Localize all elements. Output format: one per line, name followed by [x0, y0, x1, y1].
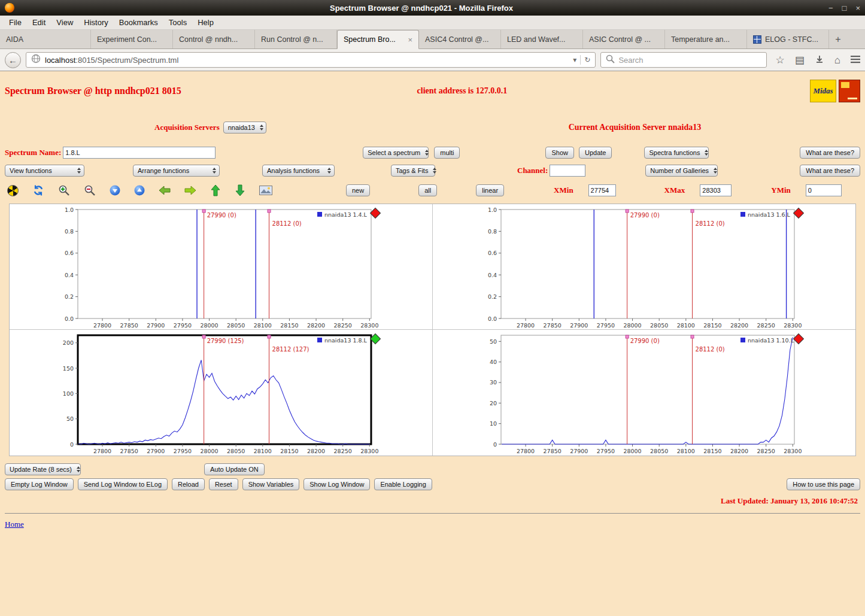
new-tab-button[interactable]: +	[829, 30, 847, 48]
midas-logo[interactable]: Midas	[810, 80, 836, 102]
image-icon[interactable]	[259, 186, 272, 195]
svg-text:28112 (0): 28112 (0)	[695, 220, 724, 227]
menu-view[interactable]: View	[51, 17, 78, 28]
svg-text:0.4: 0.4	[65, 272, 74, 278]
svg-text:20: 20	[489, 400, 496, 406]
tab-asic4-control[interactable]: ASIC4 Control @...	[419, 30, 501, 48]
ymin-input[interactable]	[806, 184, 842, 196]
facility-logo[interactable]	[839, 80, 860, 102]
menu-file[interactable]: File	[4, 17, 27, 28]
svg-text:27800: 27800	[516, 322, 534, 329]
arrow-up-icon[interactable]	[210, 184, 221, 196]
reload-button[interactable]: Reload	[172, 478, 205, 490]
how-to-use-button[interactable]: How to use this page	[787, 478, 860, 490]
tab-temperature[interactable]: Temperature an...	[665, 30, 747, 48]
acquisition-server-select[interactable]: nnaida13	[223, 122, 266, 133]
tab-close-icon[interactable]: ×	[404, 35, 412, 44]
url-dropdown-icon[interactable]: ▾	[573, 56, 576, 64]
number-of-galleries-dropdown[interactable]: Number of Galleries	[645, 165, 718, 177]
menu-help[interactable]: Help	[192, 17, 219, 28]
tab-experiment-control[interactable]: Experiment Con...	[91, 30, 173, 48]
search-input[interactable]	[618, 56, 761, 65]
url-input[interactable]: localhost:8015/Spectrum/Spectrum.tml	[45, 56, 569, 65]
what-are-these-button-1[interactable]: What are these?	[800, 147, 860, 159]
enable-logging-button[interactable]: Enable Logging	[374, 478, 432, 490]
svg-text:nnaida13 1.6.L: nnaida13 1.6.L	[748, 211, 791, 218]
spectrum-plot-panel-4[interactable]: 0102030405027800278502790027950280002805…	[433, 330, 856, 456]
menu-bookmarks[interactable]: Bookmarks	[114, 17, 163, 28]
arrow-right-icon[interactable]	[184, 185, 196, 196]
ymin-label: YMin	[771, 186, 791, 195]
spectrum-plot-panel-1[interactable]: 0.00.20.40.60.81.02780027850279002795028…	[10, 204, 433, 330]
update-button[interactable]: Update	[579, 147, 612, 159]
url-bar[interactable]: localhost:8015/Spectrum/Spectrum.tml ▾ ↻	[26, 52, 596, 68]
home-icon[interactable]: ⌂	[834, 55, 840, 65]
xmin-input[interactable]	[588, 184, 616, 196]
page-content: Spectrum Browser @ http nndhcp021 8015 c…	[0, 71, 865, 529]
new-button[interactable]: new	[346, 184, 370, 196]
show-variables-button[interactable]: Show Variables	[242, 478, 300, 490]
tab-asic-control[interactable]: ASIC Control @ ...	[583, 30, 665, 48]
svg-text:0.6: 0.6	[65, 250, 74, 256]
spectrum-plot-panel-3[interactable]: 0501001502002780027850279002795028000280…	[10, 330, 433, 456]
multi-button[interactable]: multi	[434, 147, 460, 159]
spectrum-name-input[interactable]	[63, 147, 216, 159]
auto-update-button[interactable]: Auto Update ON	[204, 463, 265, 475]
send-log-window-button[interactable]: Send Log Window to ELog	[78, 478, 168, 490]
analysis-functions-dropdown[interactable]: Analysis functions	[262, 165, 335, 177]
tab-aida[interactable]: AIDA	[0, 30, 91, 48]
svg-text:27800: 27800	[93, 448, 111, 454]
channel-input[interactable]	[550, 165, 585, 177]
view-functions-dropdown[interactable]: View functions	[5, 165, 84, 177]
zoom-out-icon[interactable]	[84, 184, 96, 196]
last-updated-label: Last Updated: January 13, 2016 10:47:52	[5, 496, 860, 506]
sphere-arrow-down-icon[interactable]	[110, 185, 120, 196]
tab-run-control[interactable]: Run Control @ n...	[255, 30, 337, 48]
menu-edit[interactable]: Edit	[27, 17, 51, 28]
select-spectrum-dropdown[interactable]: Select a spectrum	[363, 147, 429, 159]
home-link[interactable]: Home	[5, 520, 24, 529]
maximize-button[interactable]: □	[842, 4, 847, 13]
toolbar-row: new all linear XMin XMax YMin YMax What …	[5, 181, 860, 199]
radioactive-icon[interactable]	[7, 185, 19, 196]
svg-text:27950: 27950	[174, 448, 192, 454]
empty-log-window-button[interactable]: Empty Log Window	[5, 478, 74, 490]
spectra-functions-dropdown[interactable]: Spectra functions	[644, 147, 709, 159]
arrow-down-icon[interactable]	[235, 184, 245, 196]
arrange-functions-dropdown[interactable]: Arrange functions	[133, 165, 220, 177]
minimize-button[interactable]: −	[828, 4, 833, 13]
svg-text:150: 150	[63, 365, 74, 372]
reset-button[interactable]: Reset	[209, 478, 238, 490]
downloads-icon[interactable]	[815, 54, 824, 66]
tab-control[interactable]: Control @ nndh...	[173, 30, 255, 48]
svg-text:28100: 28100	[676, 448, 694, 454]
arrow-left-icon[interactable]	[159, 185, 171, 196]
tab-spectrum-browser[interactable]: Spectrum Bro... ×	[337, 30, 419, 49]
linear-button[interactable]: linear	[476, 184, 504, 196]
menu-tools[interactable]: Tools	[163, 17, 192, 28]
reading-list-icon[interactable]: ▤	[795, 55, 805, 65]
refresh-icon[interactable]	[32, 184, 44, 196]
sphere-arrow-up-icon[interactable]	[134, 185, 145, 196]
show-log-window-button[interactable]: Show Log Window	[303, 478, 370, 490]
back-button[interactable]: ←	[5, 52, 21, 68]
all-button[interactable]: all	[418, 184, 437, 196]
svg-text:28000: 28000	[200, 448, 218, 454]
zoom-in-icon[interactable]	[58, 184, 70, 196]
svg-text:0.2: 0.2	[65, 293, 74, 300]
reload-icon[interactable]: ↻	[584, 56, 590, 64]
show-button[interactable]: Show	[545, 147, 574, 159]
tab-elog[interactable]: ELOG - STFC...	[747, 30, 829, 48]
xmax-input[interactable]	[700, 184, 732, 196]
menu-history[interactable]: History	[78, 17, 113, 28]
tags-fits-dropdown[interactable]: Tags & Fits	[391, 165, 435, 177]
hamburger-menu-icon[interactable]	[851, 55, 860, 65]
close-button[interactable]: ×	[855, 4, 860, 13]
update-rate-dropdown[interactable]: Update Rate (8 secs)	[5, 463, 81, 475]
search-box[interactable]	[600, 52, 767, 68]
tab-led-waveform[interactable]: LED and Wavef...	[501, 30, 583, 48]
spectrum-plot-panel-2[interactable]: 0.00.20.40.60.81.02780027850279002795028…	[433, 204, 856, 330]
what-are-these-button-2[interactable]: What are these?	[800, 165, 860, 177]
svg-text:27990 (0): 27990 (0)	[630, 212, 659, 219]
bookmark-star-icon[interactable]: ☆	[775, 55, 784, 65]
